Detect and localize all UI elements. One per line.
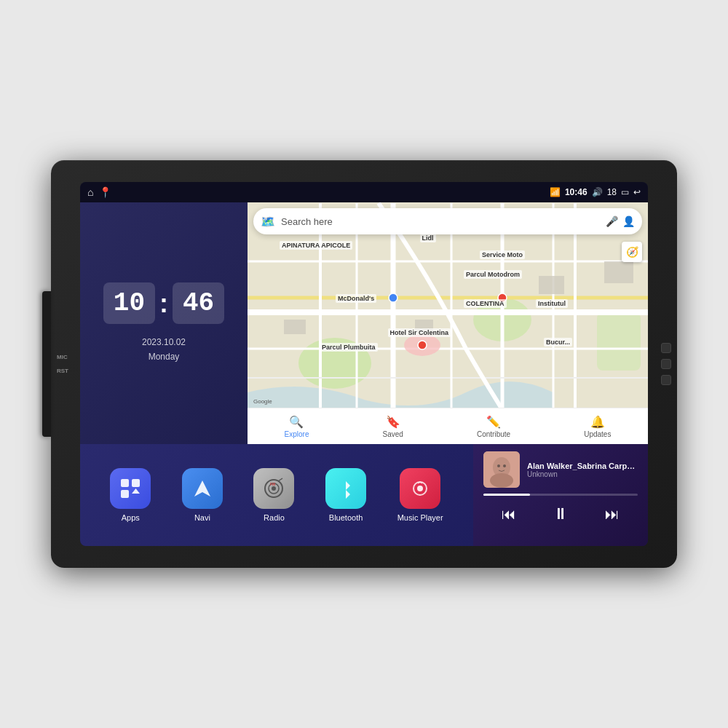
status-bar-left: ⌂ 📍 <box>87 186 111 198</box>
svg-rect-15 <box>121 490 129 498</box>
map-label-bucuresti: Bucur... <box>544 338 572 347</box>
bluetooth-icon <box>325 468 366 509</box>
map-search-bar[interactable]: 🗺️ Search here 🎤 👤 <box>253 208 642 234</box>
home-icon[interactable]: ⌂ <box>87 186 93 198</box>
clock-minute: 46 <box>173 282 224 324</box>
svg-point-28 <box>497 464 500 467</box>
saved-icon: 🔖 <box>386 415 400 429</box>
map-nav-updates[interactable]: 🔔 Updates <box>584 415 611 438</box>
app-item-navi[interactable]: Navi <box>182 468 223 522</box>
app-item-music[interactable]: Music Player <box>397 468 443 522</box>
wifi-icon: 📶 <box>550 187 561 197</box>
screen: ⌂ 📍 📶 10:46 🔊 18 ▭ ↩ 10 <box>80 182 648 546</box>
day-text: Monday <box>142 350 186 364</box>
app-item-apps[interactable]: Apps <box>110 468 151 522</box>
top-row: 10 : 46 2023.10.02 Monday <box>80 202 648 444</box>
svg-line-22 <box>278 478 282 481</box>
map-label-lidl: Lidl <box>420 234 436 242</box>
back-icon[interactable]: ↩ <box>633 187 641 197</box>
map-nav-explore[interactable]: 🔍 Explore <box>285 415 309 438</box>
volume-level: 18 <box>607 187 617 197</box>
updates-icon: 🔔 <box>590 415 605 429</box>
map-right-controls: 🧭 <box>622 242 642 262</box>
map-label-parcul: Parcul Plumbuita <box>320 343 378 352</box>
svg-point-27 <box>490 473 513 488</box>
side-dot-3 <box>661 375 671 385</box>
volume-icon: 🔊 <box>592 187 603 197</box>
music-player-label: Music Player <box>397 513 443 522</box>
svg-point-24 <box>417 486 423 491</box>
svg-point-29 <box>503 464 506 467</box>
music-player: Alan Walker_Sabrina Carpenter_F... Unkno… <box>473 444 648 546</box>
map-bottom-nav: 🔍 Explore 🔖 Saved ✏️ Contribute 🔔 <box>248 408 648 444</box>
compass-icon[interactable]: 🧭 <box>622 242 642 262</box>
map-label-mcdonalds: McDonald's <box>336 294 376 303</box>
explore-label: Explore <box>285 430 309 438</box>
music-progress-bar[interactable] <box>483 494 638 496</box>
next-button[interactable]: ⏭ <box>598 503 627 526</box>
maps-icon[interactable]: 📍 <box>99 186 111 198</box>
album-art-image <box>483 451 520 488</box>
svg-text:Google: Google <box>253 398 272 405</box>
map-area[interactable]: Google 🗺️ Search here 🎤 👤 <box>248 202 648 444</box>
music-text: Alan Walker_Sabrina Carpenter_F... Unkno… <box>527 462 638 478</box>
apps-icon <box>110 468 151 509</box>
explore-icon: 🔍 <box>289 415 304 429</box>
map-label-colentina: COLENTINA <box>464 299 507 308</box>
bluetooth-label: Bluetooth <box>329 513 363 522</box>
radio-icon: FM <box>253 468 294 509</box>
navi-label: Navi <box>194 513 210 522</box>
map-label-institutul: Institutul <box>536 299 568 308</box>
contribute-label: Contribute <box>477 430 510 438</box>
side-labels: MIC RST <box>57 354 68 374</box>
car-unit: MIC RST ⌂ 📍 📶 10:46 🔊 18 ▭ ↩ <box>51 160 677 568</box>
music-album-art <box>483 451 520 488</box>
status-bar: ⌂ 📍 📶 10:46 🔊 18 ▭ ↩ <box>80 182 648 202</box>
clock-display: 10 : 46 <box>103 282 224 324</box>
app-item-radio[interactable]: FM Radio <box>253 468 294 522</box>
bottom-row: Apps Navi <box>80 444 648 546</box>
music-player-icon <box>400 468 440 509</box>
saved-label: Saved <box>383 430 403 438</box>
svg-text:FM: FM <box>270 482 275 486</box>
svg-rect-3 <box>597 312 641 371</box>
account-icon[interactable]: 👤 <box>622 215 635 227</box>
app-item-bluetooth[interactable]: Bluetooth <box>325 468 366 522</box>
voice-search-icon[interactable]: 🎤 <box>606 215 618 227</box>
rst-label: RST <box>57 368 68 374</box>
apps-label: Apps <box>122 513 140 522</box>
prev-button[interactable]: ⏮ <box>494 503 523 526</box>
map-label-hotel: Hotel Sir Colentina <box>388 328 451 337</box>
clock-colon: : <box>159 288 168 319</box>
side-dots <box>661 343 671 385</box>
music-title: Alan Walker_Sabrina Carpenter_F... <box>527 462 638 470</box>
status-time: 10:46 <box>565 187 587 197</box>
app-shortcuts: Apps Navi <box>80 444 473 546</box>
radio-label: Radio <box>264 513 285 522</box>
map-nav-contribute[interactable]: ✏️ Contribute <box>477 415 510 438</box>
mic-label: MIC <box>57 354 68 360</box>
screen-icon: ▭ <box>621 187 629 197</box>
map-nav-saved[interactable]: 🔖 Saved <box>383 415 403 438</box>
svg-point-11 <box>418 341 427 349</box>
side-dot-1 <box>661 343 671 353</box>
svg-rect-7 <box>604 261 633 283</box>
map-label-service-moto: Service Moto <box>480 250 525 259</box>
svg-marker-17 <box>194 480 210 496</box>
map-label-apinatura: APINATURA APICOLE <box>280 241 352 250</box>
maps-logo-icon: 🗺️ <box>261 215 275 229</box>
play-pause-button[interactable]: ⏸ <box>545 502 576 526</box>
music-artist: Unknown <box>527 470 638 478</box>
svg-marker-16 <box>132 488 140 494</box>
svg-rect-6 <box>539 276 564 294</box>
svg-rect-14 <box>132 479 140 487</box>
contribute-icon: ✏️ <box>486 415 501 429</box>
svg-point-9 <box>389 293 397 302</box>
music-info: Alan Walker_Sabrina Carpenter_F... Unkno… <box>483 451 638 488</box>
date-display: 2023.10.02 Monday <box>142 336 186 363</box>
clock-widget: 10 : 46 2023.10.02 Monday <box>80 202 248 444</box>
clock-hour: 10 <box>103 282 155 324</box>
svg-point-20 <box>272 486 276 491</box>
main-content: 10 : 46 2023.10.02 Monday <box>80 202 648 546</box>
svg-rect-4 <box>284 320 306 334</box>
